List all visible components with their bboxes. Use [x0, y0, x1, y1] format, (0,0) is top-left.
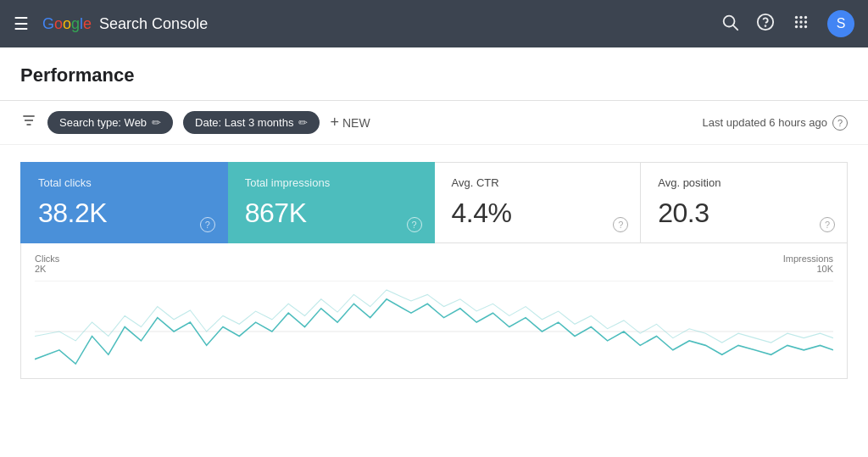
avg-position-value: 20.3: [658, 198, 830, 229]
avg-position-label: Avg. position: [658, 176, 830, 189]
avg-ctr-label: Avg. CTR: [452, 176, 624, 189]
svg-point-5: [799, 15, 802, 18]
total-clicks-card: Total clicks 38.2K ?: [20, 162, 228, 243]
avg-position-help-icon[interactable]: ?: [820, 217, 835, 232]
svg-point-12: [804, 25, 807, 27]
help-icon[interactable]: [756, 13, 775, 36]
edit-icon: ✏: [152, 116, 161, 129]
plus-icon: +: [330, 114, 339, 131]
metrics-area: Total clicks 38.2K ? Total impressions 8…: [0, 145, 868, 243]
svg-point-8: [799, 20, 802, 23]
total-impressions-help-icon[interactable]: ?: [407, 217, 422, 232]
svg-point-6: [804, 15, 807, 18]
search-type-label: Search type: Web: [59, 116, 147, 129]
new-label: NEW: [342, 116, 370, 130]
last-updated-info: Last updated 6 hours ago ?: [703, 115, 848, 131]
svg-point-10: [795, 25, 798, 27]
total-clicks-value: 38.2K: [38, 198, 210, 229]
avg-ctr-value: 4.4%: [452, 198, 624, 229]
avg-ctr-help-icon[interactable]: ?: [613, 217, 628, 232]
app-logo: Google Search Console: [42, 15, 208, 33]
chart-right-axis-label: Impressions 10K: [783, 254, 833, 274]
svg-line-1: [733, 25, 737, 30]
svg-point-11: [799, 25, 802, 27]
date-filter-chip[interactable]: Date: Last 3 months ✏: [183, 111, 320, 134]
apps-grid-icon[interactable]: [792, 13, 810, 36]
app-header: ☰ Google Search Console: [0, 0, 868, 47]
last-updated-help-icon[interactable]: ?: [832, 115, 848, 131]
chart-left-axis-label: Clicks 2K: [35, 254, 59, 274]
performance-chart: Clicks 2K Impressions 10K: [20, 243, 848, 379]
svg-point-4: [795, 15, 798, 18]
product-name: Search Console: [95, 15, 208, 33]
user-avatar[interactable]: S: [827, 10, 854, 37]
header-left: ☰ Google Search Console: [14, 14, 208, 34]
page-title-area: Performance: [0, 47, 868, 101]
last-updated-text: Last updated 6 hours ago: [703, 116, 827, 129]
avg-ctr-card: Avg. CTR 4.4% ?: [435, 162, 642, 243]
header-right: S: [721, 10, 854, 37]
search-type-filter-chip[interactable]: Search type: Web ✏: [47, 111, 173, 134]
svg-point-7: [795, 20, 798, 23]
new-filter-button[interactable]: + NEW: [330, 114, 370, 131]
total-clicks-label: Total clicks: [38, 176, 210, 189]
total-impressions-card: Total impressions 867K ?: [228, 162, 435, 243]
date-label: Date: Last 3 months: [195, 116, 293, 129]
hamburger-menu-icon[interactable]: ☰: [14, 14, 29, 34]
chart-svg: [35, 281, 833, 379]
edit-pencil-icon: ✏: [298, 116, 308, 129]
search-icon[interactable]: [721, 13, 739, 36]
filter-funnel-icon[interactable]: [20, 112, 37, 133]
svg-point-9: [804, 20, 807, 23]
total-impressions-value: 867K: [245, 198, 417, 229]
avg-position-card: Avg. position 20.3 ?: [641, 162, 848, 243]
total-impressions-label: Total impressions: [245, 176, 417, 189]
filter-bar: Search type: Web ✏ Date: Last 3 months ✏…: [0, 101, 868, 145]
total-clicks-help-icon[interactable]: ?: [200, 217, 215, 232]
page-title: Performance: [20, 64, 848, 86]
google-wordmark: Google: [42, 15, 92, 33]
chart-axis-labels: Clicks 2K Impressions 10K: [35, 254, 833, 274]
svg-point-3: [765, 25, 766, 26]
